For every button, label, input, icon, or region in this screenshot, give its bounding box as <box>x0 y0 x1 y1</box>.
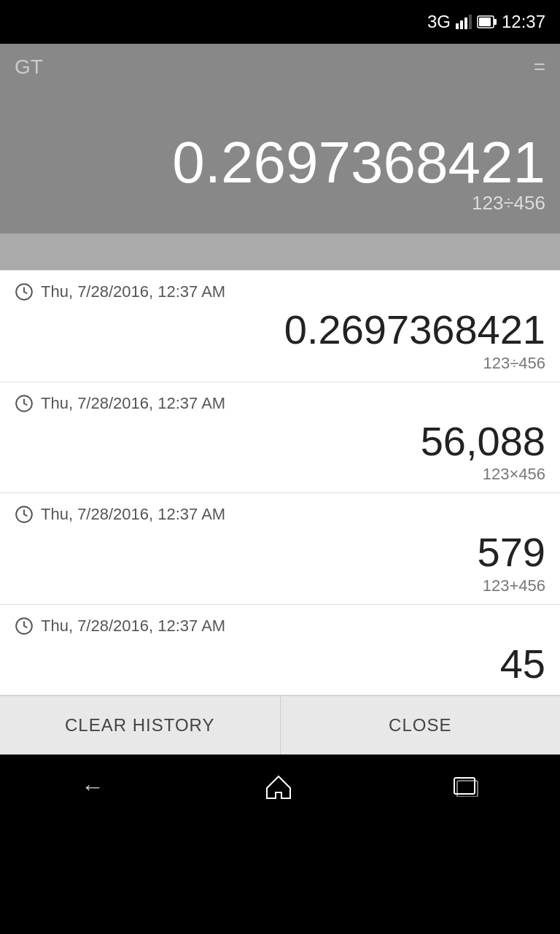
clear-history-button[interactable]: CLEAR HISTORY <box>0 696 281 754</box>
calc-buttons-strip <box>0 234 560 270</box>
calculator-display: GT = 0.2697368421 123÷456 <box>0 44 560 234</box>
history-panel: Thu, 7/28/2016, 12:37 AM 0.2697368421 12… <box>0 270 560 695</box>
svg-rect-1 <box>460 20 463 29</box>
history-item-3: Thu, 7/28/2016, 12:37 AM 579 123+456 <box>0 493 560 605</box>
gt-label: GT <box>15 55 43 79</box>
svg-rect-3 <box>469 15 472 29</box>
svg-marker-11 <box>267 776 290 798</box>
timestamp-text-4: Thu, 7/28/2016, 12:37 AM <box>41 617 225 636</box>
timestamp-2: Thu, 7/28/2016, 12:37 AM <box>15 394 545 413</box>
expr-3: 123+456 <box>15 576 545 595</box>
history-item-2: Thu, 7/28/2016, 12:37 AM 56,088 123×456 <box>0 382 560 494</box>
svg-rect-6 <box>479 18 491 26</box>
nav-bar: ← <box>0 754 560 819</box>
status-icons: 3G 12:37 <box>427 12 545 32</box>
calc-expression: 123÷456 <box>15 192 545 215</box>
expr-1: 123÷456 <box>15 354 545 373</box>
clock-icon-2 <box>15 394 34 413</box>
history-item-4: Thu, 7/28/2016, 12:37 AM 45 <box>0 605 560 696</box>
home-button[interactable] <box>265 773 292 800</box>
expr-2: 123×456 <box>15 465 545 484</box>
svg-rect-0 <box>456 23 459 29</box>
result-3: 579 <box>15 530 545 575</box>
timestamp-3: Thu, 7/28/2016, 12:37 AM <box>15 505 545 524</box>
result-4: 45 <box>15 641 545 687</box>
main-result: 0.2697368421 <box>15 134 545 192</box>
timestamp-text-3: Thu, 7/28/2016, 12:37 AM <box>41 505 225 524</box>
clock-icon-3 <box>15 505 34 524</box>
back-button[interactable]: ← <box>81 773 104 800</box>
history-item-1: Thu, 7/28/2016, 12:37 AM 0.2697368421 12… <box>0 271 560 382</box>
result-2: 56,088 <box>15 419 545 464</box>
battery-icon <box>477 15 497 28</box>
result-1: 0.2697368421 <box>15 307 545 352</box>
timestamp-text-2: Thu, 7/28/2016, 12:37 AM <box>41 394 225 413</box>
clock-icon-1 <box>15 282 34 301</box>
signal-indicator: 3G <box>427 12 451 32</box>
recents-button[interactable] <box>453 776 479 797</box>
timestamp-1: Thu, 7/28/2016, 12:37 AM <box>15 282 545 301</box>
equals-symbol: = <box>534 55 545 79</box>
signal-icon <box>455 13 472 31</box>
bottom-buttons: CLEAR HISTORY CLOSE <box>0 695 560 754</box>
close-button[interactable]: CLOSE <box>281 696 561 754</box>
svg-rect-2 <box>464 18 467 29</box>
clock-icon-4 <box>15 617 34 636</box>
clock-display: 12:37 <box>502 12 545 32</box>
timestamp-text-1: Thu, 7/28/2016, 12:37 AM <box>41 282 225 301</box>
status-bar: 3G 12:37 <box>0 0 560 44</box>
timestamp-4: Thu, 7/28/2016, 12:37 AM <box>15 617 545 636</box>
svg-rect-5 <box>494 19 497 25</box>
